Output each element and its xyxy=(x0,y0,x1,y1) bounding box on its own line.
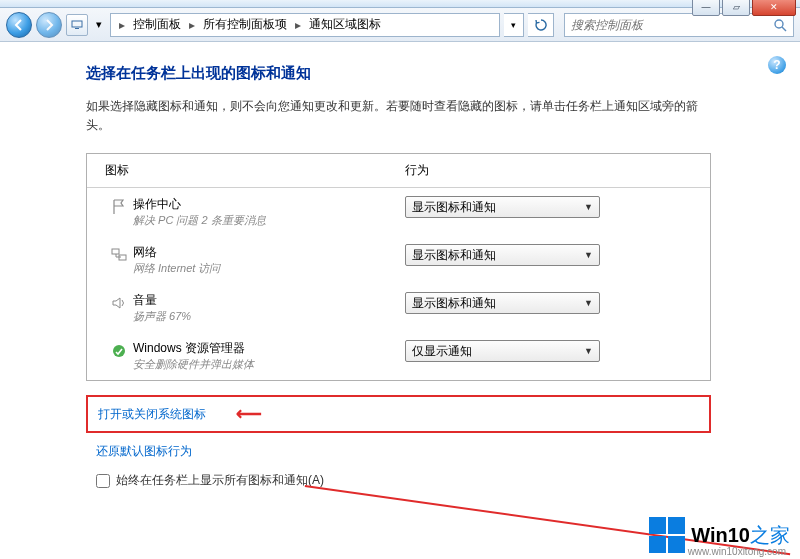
windows-logo-icon xyxy=(649,517,685,553)
content-area: ? 选择在任务栏上出现的图标和通知 如果选择隐藏图标和通知，则不会向您通知更改和… xyxy=(0,42,800,559)
select-value: 显示图标和通知 xyxy=(412,247,496,264)
row-title: 操作中心 xyxy=(133,196,405,213)
help-icon[interactable]: ? xyxy=(768,56,786,74)
annotation-arrow-icon: ⟵ xyxy=(236,403,262,425)
minimize-button[interactable]: — xyxy=(692,0,720,16)
crumb-notification-icons[interactable]: 通知区域图标 xyxy=(307,14,383,35)
chevron-down-icon: ▼ xyxy=(584,346,593,356)
select-value: 显示图标和通知 xyxy=(412,199,496,216)
network-icon xyxy=(105,244,133,266)
restore-default-link[interactable]: 还原默认图标行为 xyxy=(96,443,766,460)
title-bar: — ▱ ✕ xyxy=(0,0,800,8)
row-title: Windows 资源管理器 xyxy=(133,340,405,357)
back-arrow-icon xyxy=(13,19,25,31)
row-title: 网络 xyxy=(133,244,405,261)
svg-rect-4 xyxy=(112,249,119,254)
watermark-url: www.win10xitong.com xyxy=(688,546,786,557)
chevron-down-icon: ▼ xyxy=(584,202,593,212)
row-title: 音量 xyxy=(133,292,405,309)
refresh-button[interactable] xyxy=(528,13,554,37)
nav-forward-button[interactable] xyxy=(36,12,62,38)
always-show-label: 始终在任务栏上显示所有图标和通知(A) xyxy=(116,472,324,489)
toggle-system-icons-link[interactable]: 打开或关闭系统图标 xyxy=(98,406,206,423)
nav-back-button[interactable] xyxy=(6,12,32,38)
maximize-button[interactable]: ▱ xyxy=(722,0,750,16)
crumb-dropdown-arrow[interactable]: ▾ xyxy=(92,14,106,36)
table-row: Windows 资源管理器 安全删除硬件并弹出媒体 仅显示通知▼ xyxy=(87,332,710,380)
chevron-right-icon: ▸ xyxy=(291,18,305,32)
header-behavior: 行为 xyxy=(405,162,692,179)
chevron-right-icon: ▸ xyxy=(115,18,129,32)
select-value: 显示图标和通知 xyxy=(412,295,496,312)
svg-rect-1 xyxy=(75,28,79,29)
behavior-select[interactable]: 显示图标和通知▼ xyxy=(405,292,600,314)
table-row: 网络 网络 Internet 访问 显示图标和通知▼ xyxy=(87,236,710,284)
page-intro: 如果选择隐藏图标和通知，则不会向您通知更改和更新。若要随时查看隐藏的图标，请单击… xyxy=(86,97,716,135)
header-icon: 图标 xyxy=(105,162,405,179)
forward-arrow-icon xyxy=(43,19,55,31)
select-value: 仅显示通知 xyxy=(412,343,472,360)
close-button[interactable]: ✕ xyxy=(752,0,796,16)
behavior-select[interactable]: 仅显示通知▼ xyxy=(405,340,600,362)
chevron-right-icon: ▸ xyxy=(185,18,199,32)
usb-eject-icon xyxy=(105,340,133,362)
annotation-box: 打开或关闭系统图标 ⟵ xyxy=(86,395,711,433)
svg-line-3 xyxy=(782,27,786,31)
icon-settings-table: 图标 行为 操作中心 解决 PC 问题 2 条重要消息 显示图标和通知▼ 网 xyxy=(86,153,711,381)
breadcrumb-dropdown-button[interactable]: ▾ xyxy=(504,13,524,37)
always-show-checkbox-row: 始终在任务栏上显示所有图标和通知(A) xyxy=(96,472,766,489)
search-box[interactable] xyxy=(564,13,794,37)
recent-locations-button[interactable] xyxy=(66,14,88,36)
row-sub: 扬声器 67% xyxy=(133,309,405,324)
window-chrome: — ▱ ✕ ▾ ▸ 控制面板 ▸ 所有控制面板项 ▸ 通知区域图标 ▾ xyxy=(0,0,800,559)
svg-point-2 xyxy=(775,20,783,28)
always-show-checkbox[interactable] xyxy=(96,474,110,488)
behavior-select[interactable]: 显示图标和通知▼ xyxy=(405,244,600,266)
table-header: 图标 行为 xyxy=(87,154,710,188)
chevron-down-icon: ▼ xyxy=(584,250,593,260)
nav-toolbar: ▾ ▸ 控制面板 ▸ 所有控制面板项 ▸ 通知区域图标 ▾ xyxy=(0,8,800,42)
crumb-all-items[interactable]: 所有控制面板项 xyxy=(201,14,289,35)
table-row: 音量 扬声器 67% 显示图标和通知▼ xyxy=(87,284,710,332)
chevron-down-icon: ▾ xyxy=(511,20,516,30)
row-sub: 解决 PC 问题 2 条重要消息 xyxy=(133,213,405,228)
refresh-icon xyxy=(535,19,547,31)
row-sub: 安全删除硬件并弹出媒体 xyxy=(133,357,405,372)
svg-point-6 xyxy=(113,345,125,357)
row-sub: 网络 Internet 访问 xyxy=(133,261,405,276)
page-title: 选择在任务栏上出现的图标和通知 xyxy=(86,64,766,83)
crumb-control-panel[interactable]: 控制面板 xyxy=(131,14,183,35)
search-icon xyxy=(773,18,787,32)
chevron-down-icon: ▼ xyxy=(584,298,593,308)
table-row: 操作中心 解决 PC 问题 2 条重要消息 显示图标和通知▼ xyxy=(87,188,710,236)
window-controls: — ▱ ✕ xyxy=(692,0,796,16)
breadcrumb-bar[interactable]: ▸ 控制面板 ▸ 所有控制面板项 ▸ 通知区域图标 xyxy=(110,13,500,37)
links-area: 打开或关闭系统图标 ⟵ 还原默认图标行为 始终在任务栏上显示所有图标和通知(A) xyxy=(86,395,766,489)
monitor-icon xyxy=(71,20,83,30)
volume-icon xyxy=(105,292,133,314)
svg-rect-0 xyxy=(72,21,82,27)
watermark-text: Win10之家 xyxy=(691,522,790,549)
search-input[interactable] xyxy=(571,18,773,32)
flag-icon xyxy=(105,196,133,218)
behavior-select[interactable]: 显示图标和通知▼ xyxy=(405,196,600,218)
